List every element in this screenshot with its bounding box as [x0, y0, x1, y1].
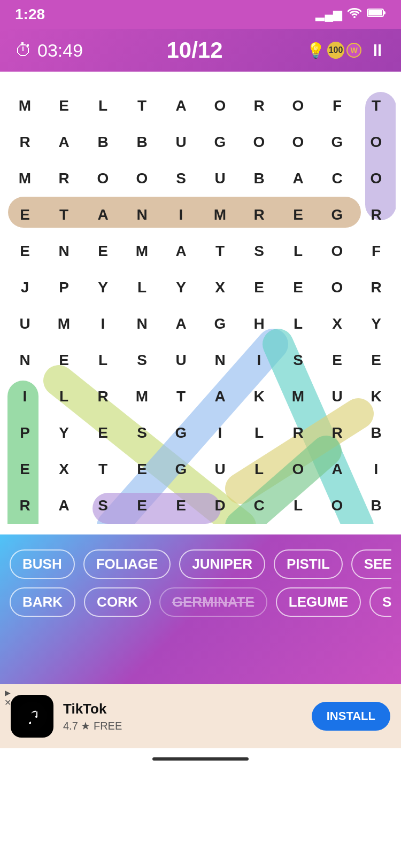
cell-7-7[interactable]: S	[279, 342, 318, 378]
cell-8-8[interactable]: U	[318, 378, 357, 415]
cell-11-8[interactable]: O	[318, 487, 357, 524]
cell-3-4[interactable]: I	[161, 197, 200, 233]
cell-1-7[interactable]: O	[279, 124, 318, 160]
cell-6-4[interactable]: A	[161, 306, 200, 342]
cell-3-5[interactable]: M	[200, 197, 240, 233]
cell-6-0[interactable]: U	[5, 306, 44, 342]
cell-9-5[interactable]: I	[200, 415, 240, 451]
cell-8-6[interactable]: K	[240, 378, 279, 415]
cell-4-6[interactable]: S	[240, 233, 279, 269]
cell-9-8[interactable]: R	[318, 415, 357, 451]
cell-0-5[interactable]: O	[200, 88, 240, 124]
cell-1-6[interactable]: O	[240, 124, 279, 160]
cell-10-1[interactable]: X	[44, 451, 83, 487]
cell-0-1[interactable]: E	[44, 88, 83, 124]
cell-1-3[interactable]: B	[122, 124, 161, 160]
ad-close-icon[interactable]: ✕	[4, 698, 11, 708]
cell-5-4[interactable]: Y	[161, 269, 200, 306]
cell-8-1[interactable]: L	[44, 378, 83, 415]
cell-3-2[interactable]: A	[83, 197, 122, 233]
cell-5-7[interactable]: E	[279, 269, 318, 306]
cell-6-2[interactable]: I	[83, 306, 122, 342]
pause-button[interactable]: ⏸	[369, 41, 386, 60]
cell-10-2[interactable]: T	[83, 451, 122, 487]
cell-6-8[interactable]: X	[318, 306, 357, 342]
cell-9-0[interactable]: P	[5, 415, 44, 451]
cell-10-3[interactable]: E	[122, 451, 161, 487]
cell-11-6[interactable]: C	[240, 487, 279, 524]
cell-9-6[interactable]: L	[240, 415, 279, 451]
cell-10-6[interactable]: L	[240, 451, 279, 487]
cell-6-7[interactable]: L	[279, 306, 318, 342]
cell-4-3[interactable]: M	[122, 233, 161, 269]
cell-0-9[interactable]: T	[357, 88, 396, 124]
cell-7-2[interactable]: L	[83, 342, 122, 378]
cell-11-9[interactable]: B	[357, 487, 396, 524]
cell-10-4[interactable]: G	[161, 451, 200, 487]
cell-8-7[interactable]: M	[279, 378, 318, 415]
cell-6-3[interactable]: N	[122, 306, 161, 342]
cell-2-7[interactable]: A	[279, 160, 318, 197]
cell-10-0[interactable]: E	[5, 451, 44, 487]
cell-5-5[interactable]: X	[200, 269, 240, 306]
cell-4-0[interactable]: E	[5, 233, 44, 269]
cell-1-1[interactable]: A	[44, 124, 83, 160]
cell-5-1[interactable]: P	[44, 269, 83, 306]
cell-2-3[interactable]: O	[122, 160, 161, 197]
cell-7-5[interactable]: N	[200, 342, 240, 378]
cell-8-3[interactable]: M	[122, 378, 161, 415]
cell-8-0[interactable]: I	[5, 378, 44, 415]
cell-8-2[interactable]: R	[83, 378, 122, 415]
cell-8-5[interactable]: A	[200, 378, 240, 415]
cell-0-8[interactable]: F	[318, 88, 357, 124]
cell-4-9[interactable]: F	[357, 233, 396, 269]
cell-3-0[interactable]: E	[5, 197, 44, 233]
cell-3-9[interactable]: R	[357, 197, 396, 233]
cell-3-1[interactable]: T	[44, 197, 83, 233]
cell-5-3[interactable]: L	[122, 269, 161, 306]
cell-2-6[interactable]: B	[240, 160, 279, 197]
cell-0-0[interactable]: M	[5, 88, 44, 124]
cell-10-5[interactable]: U	[200, 451, 240, 487]
cell-10-8[interactable]: A	[318, 451, 357, 487]
cell-6-5[interactable]: G	[200, 306, 240, 342]
cell-10-7[interactable]: O	[279, 451, 318, 487]
cell-1-9[interactable]: O	[357, 124, 396, 160]
cell-11-5[interactable]: D	[200, 487, 240, 524]
cell-6-9[interactable]: Y	[357, 306, 396, 342]
cell-0-3[interactable]: T	[122, 88, 161, 124]
cell-3-3[interactable]: N	[122, 197, 161, 233]
cell-7-1[interactable]: E	[44, 342, 83, 378]
cell-3-7[interactable]: E	[279, 197, 318, 233]
cell-3-6[interactable]: R	[240, 197, 279, 233]
cell-11-4[interactable]: E	[161, 487, 200, 524]
cell-5-6[interactable]: E	[240, 269, 279, 306]
cell-2-9[interactable]: O	[357, 160, 396, 197]
cell-5-9[interactable]: R	[357, 269, 396, 306]
cell-4-4[interactable]: A	[161, 233, 200, 269]
cell-9-3[interactable]: S	[122, 415, 161, 451]
cell-7-6[interactable]: I	[240, 342, 279, 378]
cell-6-6[interactable]: H	[240, 306, 279, 342]
cell-11-7[interactable]: L	[279, 487, 318, 524]
cell-0-4[interactable]: A	[161, 88, 200, 124]
cell-2-2[interactable]: O	[83, 160, 122, 197]
cell-2-4[interactable]: S	[161, 160, 200, 197]
cell-7-4[interactable]: U	[161, 342, 200, 378]
cell-2-1[interactable]: R	[44, 160, 83, 197]
cell-9-1[interactable]: Y	[44, 415, 83, 451]
cell-11-2[interactable]: S	[83, 487, 122, 524]
cell-4-8[interactable]: O	[318, 233, 357, 269]
cell-11-0[interactable]: R	[5, 487, 44, 524]
cell-1-0[interactable]: R	[5, 124, 44, 160]
cell-11-3[interactable]: E	[122, 487, 161, 524]
cell-0-6[interactable]: R	[240, 88, 279, 124]
hint-button[interactable]: 💡 100 W	[306, 42, 361, 59]
cell-2-8[interactable]: C	[318, 160, 357, 197]
cell-1-2[interactable]: B	[83, 124, 122, 160]
cell-5-2[interactable]: Y	[83, 269, 122, 306]
cell-4-7[interactable]: L	[279, 233, 318, 269]
cell-2-5[interactable]: U	[200, 160, 240, 197]
cell-1-8[interactable]: G	[318, 124, 357, 160]
cell-0-7[interactable]: O	[279, 88, 318, 124]
